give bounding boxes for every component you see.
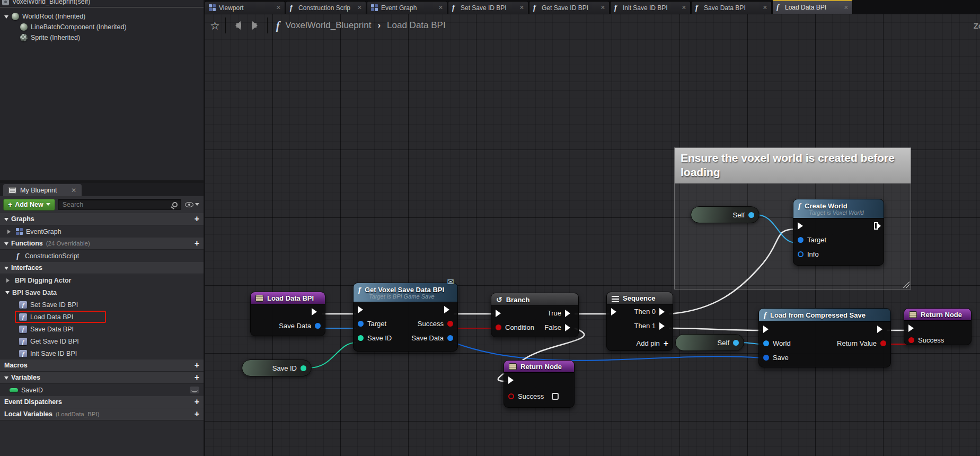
expander-right-icon[interactable] xyxy=(6,278,12,283)
section-event-dispatchers[interactable]: Event Dispatchers + xyxy=(0,396,204,408)
component-linebatch[interactable]: LineBatchComponent (Inherited) xyxy=(20,22,127,32)
section-interfaces[interactable]: Interfaces xyxy=(0,262,204,274)
success-out-pin[interactable] xyxy=(447,321,453,327)
blueprint-graph-canvas[interactable]: ☆ f VoxelWorld_Blueprint › Load Data BPI… xyxy=(205,14,980,456)
condition-in-pin[interactable] xyxy=(496,325,501,330)
self-out-pin[interactable] xyxy=(748,212,754,218)
expander-down-icon[interactable] xyxy=(4,242,8,248)
false-exec-out-pin[interactable] xyxy=(565,324,574,331)
success-checkbox[interactable] xyxy=(552,393,559,400)
success-in-pin[interactable] xyxy=(508,393,514,399)
expander-down-icon[interactable] xyxy=(4,218,8,223)
add-graph-button[interactable]: + xyxy=(195,215,199,223)
node-load-data-bpi[interactable]: Load Data BPI Save Data xyxy=(250,292,325,336)
tab-viewport[interactable]: Viewport ✕ xyxy=(205,1,285,14)
expander-down-icon[interactable] xyxy=(4,376,8,382)
section-macros[interactable]: Macros + xyxy=(0,359,204,372)
return-value-out-pin[interactable] xyxy=(880,340,886,346)
node-branch[interactable]: ↺ Branch True Condition False xyxy=(491,293,579,337)
node-self-bottom[interactable]: Self xyxy=(675,334,744,351)
close-icon[interactable]: ✕ xyxy=(357,4,362,11)
tab-get-save-id-bpi[interactable]: f Get Save ID BPI ✕ xyxy=(529,1,610,14)
item-load-data-bpi[interactable]: f Load Data BPI xyxy=(0,311,204,323)
exec-out-pin[interactable] xyxy=(312,308,321,315)
expander-down-icon[interactable] xyxy=(4,15,8,21)
true-exec-out-pin[interactable] xyxy=(565,310,574,317)
info-in-pin[interactable] xyxy=(798,251,804,257)
expander-down-icon[interactable] xyxy=(5,291,10,296)
node-self-top[interactable]: Self xyxy=(691,206,760,223)
item-eventgraph[interactable]: EventGraph xyxy=(0,225,204,238)
node-get-voxel-save-data-bpi[interactable]: ✉ f Get Voxel Save Data BPI Target is BP… xyxy=(353,283,458,352)
exec-in-pin[interactable] xyxy=(358,306,367,313)
save-data-out-pin[interactable] xyxy=(447,335,453,341)
tab-event-graph[interactable]: Event Graph ✕ xyxy=(367,1,447,14)
tab-load-data-bpi[interactable]: f Load Data BPI ✕ xyxy=(772,0,853,14)
success-in-pin[interactable] xyxy=(908,337,914,343)
section-graphs[interactable]: Graphs + xyxy=(0,213,204,225)
exec-out-pin[interactable] xyxy=(877,326,886,333)
save-in-pin[interactable] xyxy=(763,355,769,361)
add-variable-button[interactable]: + xyxy=(195,373,199,382)
section-functions[interactable]: Functions (24 Overridable) + xyxy=(0,238,204,250)
exec-in-pin[interactable] xyxy=(798,222,807,230)
section-local-variables[interactable]: Local Variables (LoadData_BPI) + xyxy=(0,408,204,420)
item-init-save-id-bpi[interactable]: f Init Save ID BPI xyxy=(0,347,204,359)
self-out-pin[interactable] xyxy=(733,340,739,346)
tab-save-data-bpi[interactable]: f Save Data BPI ✕ xyxy=(691,1,772,14)
world-in-pin[interactable] xyxy=(763,340,769,346)
item-constructionscript[interactable]: f ConstructionScript xyxy=(0,250,204,262)
tab-set-save-id-bpi[interactable]: f Set Save ID BPI ✕ xyxy=(448,1,528,14)
component-root-row[interactable]: VoxelWorld_Blueprint(self) xyxy=(2,0,90,7)
exec-in-pin[interactable] xyxy=(908,325,917,332)
close-icon[interactable]: ✕ xyxy=(438,4,443,11)
expander-down-icon[interactable] xyxy=(4,267,8,272)
eye-closed-icon[interactable] xyxy=(190,387,199,393)
item-bpi-save-data[interactable]: BPI Save Data xyxy=(0,286,204,299)
add-event-dispatcher-button[interactable]: + xyxy=(195,398,199,406)
close-icon[interactable]: ✕ xyxy=(682,4,686,11)
exec-in-pin[interactable] xyxy=(508,376,517,384)
node-load-from-compressed-save[interactable]: f Load from Compressed Save World Return… xyxy=(758,308,891,367)
save-id-in-pin[interactable] xyxy=(358,335,364,341)
item-save-data-bpi[interactable]: f Save Data BPI xyxy=(0,323,204,335)
back-arrow-icon[interactable] xyxy=(231,21,244,30)
tab-construction-script[interactable]: f Construction Scrip ✕ xyxy=(286,1,366,14)
node-save-id-variable[interactable]: Save ID xyxy=(242,359,312,376)
exec-in-pin[interactable] xyxy=(496,310,505,317)
component-worldroot[interactable]: WorldRoot (Inherited) xyxy=(4,11,85,22)
exec-out-pin[interactable] xyxy=(444,306,453,313)
breadcrumb-blueprint[interactable]: VoxelWorld_Blueprint xyxy=(285,20,371,31)
visibility-filter-button[interactable] xyxy=(184,201,200,208)
close-icon[interactable]: ✕ xyxy=(71,187,76,194)
node-create-world[interactable]: f Create World Target is Voxel World Tar… xyxy=(793,199,884,266)
item-get-save-id-bpi[interactable]: f Get Save ID BPI xyxy=(0,335,204,347)
component-sprite[interactable]: Sprite (Inherited) xyxy=(20,32,80,43)
node-sequence[interactable]: Sequence Then 0 Then 1 Add pin + xyxy=(606,292,673,351)
target-in-pin[interactable] xyxy=(798,237,804,243)
breadcrumb-function[interactable]: Load Data BPI xyxy=(387,20,446,31)
exec-in-pin[interactable] xyxy=(611,308,620,315)
close-icon[interactable]: ✕ xyxy=(276,4,281,11)
save-id-out-pin[interactable] xyxy=(301,365,306,371)
item-saveid-variable[interactable]: SaveID xyxy=(0,384,204,396)
add-function-button[interactable]: + xyxy=(195,239,199,248)
node-return-bottom[interactable]: Return Node Success xyxy=(504,360,575,408)
exec-in-pin[interactable] xyxy=(763,326,772,333)
add-new-button[interactable]: + Add New xyxy=(3,199,55,211)
save-data-out-pin[interactable] xyxy=(315,323,321,329)
search-box[interactable] xyxy=(58,199,181,210)
add-macro-button[interactable]: + xyxy=(195,361,199,370)
close-icon[interactable]: ✕ xyxy=(844,4,849,11)
item-bpi-digging-actor[interactable]: BPI Digging Actor xyxy=(0,274,204,286)
tab-init-save-id-bpi[interactable]: f Init Save ID BPI ✕ xyxy=(610,1,691,14)
then-1-exec-out-pin[interactable] xyxy=(659,322,668,330)
tab-my-blueprint[interactable]: My Blueprint ✕ xyxy=(3,184,82,196)
close-icon[interactable]: ✕ xyxy=(763,4,767,11)
exec-out-pin[interactable] xyxy=(874,222,879,230)
then-0-exec-out-pin[interactable] xyxy=(659,308,668,315)
item-set-save-id-bpi[interactable]: f Set Save ID BPI xyxy=(0,299,204,311)
close-icon[interactable]: ✕ xyxy=(519,4,524,11)
expander-right-icon[interactable] xyxy=(7,230,13,234)
forward-arrow-icon[interactable] xyxy=(249,21,262,30)
